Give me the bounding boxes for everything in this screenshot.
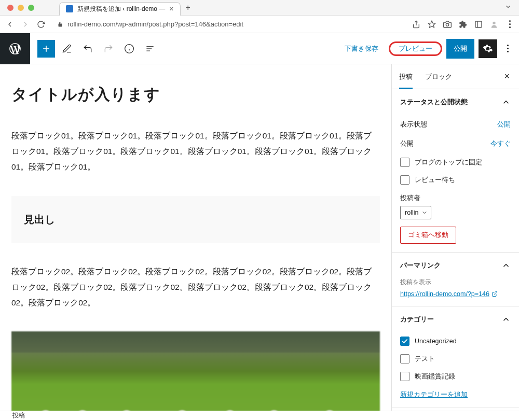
wp-editor-toolbar: 下書き保存 プレビュー 公開 (0, 33, 519, 64)
add-new-category-link[interactable]: 新規カテゴリーを追加 (400, 390, 511, 399)
block-breadcrumb: 投稿 (0, 411, 519, 420)
panel-status-toggle[interactable]: ステータスと公開状態 (392, 89, 519, 115)
forward-button[interactable] (21, 20, 30, 29)
close-window-button[interactable] (7, 5, 13, 11)
stick-top-checkbox[interactable] (400, 158, 409, 167)
svg-line-14 (494, 292, 497, 295)
category-checkbox-movie[interactable] (400, 372, 409, 381)
favicon-icon (66, 5, 73, 12)
url-field[interactable]: rollin-demo.com/wp-admin/post.php?post=1… (52, 18, 406, 31)
author-label: 投稿者 (400, 194, 511, 203)
paragraph-block-1[interactable]: 段落ブロック01。段落ブロック01。段落ブロック01。段落ブロック01。段落ブロ… (11, 128, 380, 175)
chevron-up-icon (501, 97, 511, 107)
post-title[interactable]: タイトルが入ります (11, 84, 380, 105)
external-link-icon (491, 291, 498, 297)
more-menu-button[interactable] (501, 45, 514, 52)
save-draft-button[interactable]: 下書き保存 (338, 40, 385, 58)
breadcrumb-item[interactable]: 投稿 (12, 411, 25, 420)
minimize-window-button[interactable] (18, 5, 24, 11)
paragraph-block-2[interactable]: 段落ブロック02。段落ブロック02。段落ブロック02。段落ブロック02。段落ブロ… (11, 264, 380, 311)
svg-point-5 (493, 21, 495, 24)
svg-point-2 (446, 23, 448, 26)
view-post-label: 投稿を表示 (400, 278, 511, 286)
browser-tab-bar: 新規投稿を追加 ‹ rollin-demo — × + (59, 0, 512, 16)
reload-button[interactable] (36, 20, 46, 29)
panel-categories: カテゴリー Uncategorized テスト 映画鑑賞記録 新規カテゴリーを追… (392, 306, 519, 408)
tab-close-icon[interactable]: × (169, 5, 173, 13)
window-chrome: 新規投稿を追加 ‹ rollin-demo — × + (0, 0, 519, 16)
panel-permalink-toggle[interactable]: パーマリンク (392, 253, 519, 278)
browser-tab[interactable]: 新規投稿を追加 ‹ rollin-demo — × (59, 2, 181, 16)
category-checkbox-uncategorized[interactable] (400, 337, 409, 346)
browser-url-bar: rollin-demo.com/wp-admin/post.php?post=1… (0, 16, 519, 33)
category-label: 映画鑑賞記録 (415, 372, 455, 381)
publish-label: 公開 (400, 139, 414, 148)
panel-permalink: パーマリンク 投稿を表示 https://rollin-demo.com/?p=… (392, 253, 519, 306)
svg-marker-1 (428, 21, 435, 27)
move-to-trash-button[interactable]: ゴミ箱へ移動 (400, 227, 456, 244)
lock-icon (57, 21, 63, 27)
back-button[interactable] (5, 20, 15, 29)
undo-button[interactable] (79, 40, 97, 58)
redo-button[interactable] (100, 40, 117, 58)
edit-tool-button[interactable] (58, 40, 76, 58)
wp-logo-button[interactable] (0, 33, 30, 64)
share-icon[interactable] (412, 20, 420, 29)
chevron-up-icon (501, 315, 511, 324)
new-tab-button[interactable]: + (186, 3, 190, 12)
tab-block[interactable]: ブロック (425, 65, 452, 89)
settings-button[interactable] (479, 39, 497, 58)
publish-button[interactable]: 公開 (446, 39, 474, 59)
chrome-menu-button[interactable] (506, 20, 514, 29)
camera-icon[interactable] (443, 20, 452, 29)
category-label: Uncategorized (415, 338, 457, 345)
panel-categories-toggle[interactable]: カテゴリー (392, 306, 519, 332)
settings-sidebar: 投稿 ブロック × ステータスと公開状態 表示状態公開 公開今すぐ ブログのトッ… (391, 64, 519, 411)
bookmark-icon[interactable] (428, 20, 436, 29)
preview-button[interactable]: プレビュー (392, 40, 439, 57)
add-block-button[interactable] (37, 40, 55, 58)
heading-text[interactable]: 見出し (24, 213, 367, 227)
panel-status: ステータスと公開状態 表示状態公開 公開今すぐ ブログのトップに固定 レビュー待… (392, 89, 519, 253)
profile-icon[interactable] (490, 20, 498, 29)
url-text: rollin-demo.com/wp-admin/post.php?post=1… (67, 20, 243, 28)
heading-block[interactable]: 見出し (11, 196, 380, 243)
publish-value[interactable]: 今すぐ (490, 139, 511, 148)
pending-review-checkbox[interactable] (400, 175, 409, 185)
tab-post[interactable]: 投稿 (399, 65, 413, 89)
pending-review-label: レビュー待ち (415, 176, 455, 185)
reading-list-icon[interactable] (474, 20, 483, 29)
panel-status-title: ステータスと公開状態 (400, 97, 468, 107)
details-button[interactable] (120, 40, 138, 58)
list-view-button[interactable] (141, 40, 159, 58)
visibility-value[interactable]: 公開 (497, 120, 511, 129)
image-block[interactable] (11, 331, 380, 411)
panel-permalink-title: パーマリンク (400, 261, 441, 270)
svg-rect-3 (475, 21, 482, 27)
category-checkbox-test[interactable] (400, 354, 409, 363)
maximize-window-button[interactable] (28, 5, 34, 11)
tabs-dropdown-button[interactable] (504, 3, 512, 12)
tab-title: 新規投稿を追加 ‹ rollin-demo — (77, 5, 165, 13)
stick-top-label: ブログのトップに固定 (415, 158, 482, 167)
author-select[interactable]: rollin (400, 206, 431, 219)
category-label: テスト (415, 355, 435, 363)
chevron-down-icon (421, 209, 428, 216)
editor-canvas[interactable]: タイトルが入ります 段落ブロック01。段落ブロック01。段落ブロック01。段落ブ… (0, 64, 391, 411)
chevron-up-icon (501, 261, 511, 270)
visibility-label: 表示状態 (400, 120, 427, 129)
permalink-url[interactable]: https://rollin-demo.com/?p=146 (400, 290, 511, 298)
extensions-icon[interactable] (459, 20, 467, 29)
panel-categories-title: カテゴリー (400, 315, 434, 324)
preview-button-highlight: プレビュー (389, 41, 442, 56)
sidebar-close-button[interactable]: × (502, 69, 512, 84)
